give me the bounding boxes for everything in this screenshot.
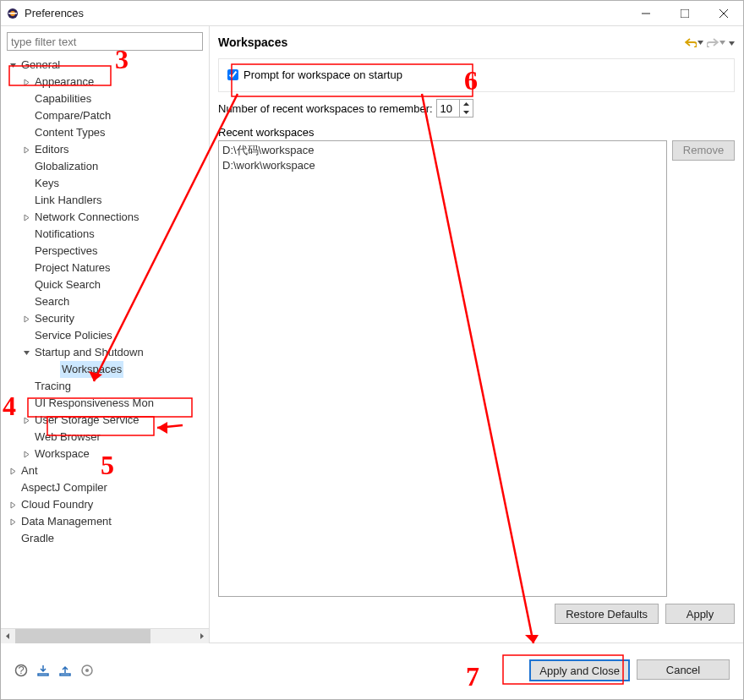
restore-defaults-button[interactable]: Restore Defaults — [555, 604, 659, 624]
tree-twisty-icon[interactable] — [21, 145, 31, 155]
svg-marker-11 — [25, 316, 29, 322]
tree-twisty-icon[interactable] — [21, 331, 31, 341]
tree-item[interactable]: Appearance — [4, 74, 209, 90]
remove-button[interactable]: Remove — [672, 140, 735, 161]
tree-item-label: Perspectives — [33, 243, 99, 260]
recent-count-spinner[interactable] — [436, 99, 473, 118]
tree-item[interactable]: Network Connections — [4, 209, 209, 226]
tree-item[interactable]: Editors — [4, 141, 209, 158]
maximize-button[interactable] — [665, 1, 704, 26]
tree-item[interactable]: AspectJ Compiler — [4, 479, 209, 496]
tree-item[interactable]: Project Natures — [4, 260, 209, 276]
tree-twisty-icon[interactable] — [21, 128, 31, 138]
tree-item[interactable]: Security — [4, 310, 209, 327]
tree-item[interactable]: Notifications — [4, 226, 209, 243]
list-item[interactable]: D:\代码\workspace — [222, 143, 663, 158]
panel-menu-icon[interactable] — [729, 36, 735, 49]
tree-twisty-icon[interactable] — [21, 77, 31, 87]
tree-twisty-icon[interactable] — [21, 263, 31, 273]
tree-item[interactable]: Workspace — [4, 446, 209, 462]
recent-count-input[interactable] — [437, 100, 459, 117]
tree-item-label: Gradle — [19, 530, 56, 547]
list-item[interactable]: D:\work\workspace — [222, 158, 663, 173]
svg-marker-14 — [25, 451, 29, 457]
recent-count-label: Number of recent workspaces to remember: — [218, 102, 433, 115]
tree-item[interactable]: Service Policies — [4, 327, 209, 344]
horizontal-scrollbar[interactable] — [1, 628, 209, 643]
tree-twisty-icon[interactable] — [21, 398, 31, 408]
tree-item[interactable]: User Storage Service — [4, 412, 209, 429]
forward-button[interactable] — [707, 37, 725, 47]
import-icon[interactable] — [36, 664, 50, 677]
tree-twisty-icon[interactable] — [21, 195, 31, 205]
tree-item[interactable]: Workspaces — [4, 361, 209, 378]
tree-item-label: User Storage Service — [33, 412, 141, 429]
help-icon[interactable]: ? — [14, 664, 28, 677]
spinner-up-icon[interactable] — [460, 100, 473, 108]
filter-input[interactable] — [7, 32, 203, 51]
tree-item-label: Web Browser — [33, 429, 102, 446]
tree-twisty-icon[interactable] — [8, 500, 18, 510]
tree-twisty-icon[interactable] — [8, 517, 18, 527]
tree-item[interactable]: Perspectives — [4, 243, 209, 260]
tree-twisty-icon[interactable] — [21, 297, 31, 307]
tree-twisty-icon[interactable] — [21, 161, 31, 172]
svg-marker-23 — [463, 102, 469, 106]
tree-item[interactable]: Search — [4, 293, 209, 310]
tree-item[interactable]: UI Responsiveness Mon — [4, 395, 209, 412]
tree-item[interactable]: Data Management — [4, 513, 209, 530]
tree-twisty-icon[interactable] — [21, 347, 31, 358]
tree-twisty-icon[interactable] — [21, 178, 31, 189]
tree-item[interactable]: Capabilities — [4, 90, 209, 107]
tree-twisty-icon[interactable] — [21, 432, 31, 442]
tree-item-label: Appearance — [33, 74, 96, 90]
tree-twisty-icon[interactable] — [21, 280, 31, 290]
preferences-sidebar: GeneralAppearanceCapabilitiesCompare/Pat… — [1, 26, 210, 643]
tree-item[interactable]: Keys — [4, 175, 209, 192]
tree-item[interactable]: Compare/Patch — [4, 107, 209, 124]
tree-twisty-icon[interactable] — [8, 533, 18, 544]
tree-twisty-icon[interactable] — [21, 212, 31, 222]
close-button[interactable] — [704, 1, 743, 26]
tree-twisty-icon[interactable] — [8, 483, 18, 493]
tree-item[interactable]: General — [4, 57, 209, 74]
tree-item[interactable]: Ant — [4, 462, 209, 479]
tree-twisty-icon[interactable] — [21, 449, 31, 459]
tree-twisty-icon[interactable] — [21, 111, 31, 121]
tree-twisty-icon[interactable] — [21, 246, 31, 256]
scroll-thumb[interactable] — [15, 629, 150, 643]
tree-item[interactable]: Web Browser — [4, 429, 209, 446]
scroll-track[interactable] — [15, 629, 194, 643]
prompt-checkbox[interactable] — [227, 69, 238, 80]
apply-button[interactable]: Apply — [665, 604, 735, 624]
tree-item-label: Startup and Shutdown — [33, 344, 145, 361]
export-icon[interactable] — [58, 664, 72, 677]
tree-item[interactable]: Content Types — [4, 124, 209, 141]
back-button[interactable] — [685, 37, 703, 47]
tree-item[interactable]: Quick Search — [4, 276, 209, 293]
tree-item[interactable]: Cloud Foundry — [4, 496, 209, 513]
tree-item[interactable]: Link Handlers — [4, 192, 209, 209]
tree-item[interactable]: Gradle — [4, 530, 209, 547]
tree-twisty-icon[interactable] — [8, 60, 18, 70]
tree-twisty-icon[interactable] — [21, 415, 31, 425]
tree-item[interactable]: Startup and Shutdown — [4, 344, 209, 361]
tree-twisty-icon[interactable] — [48, 364, 58, 375]
scroll-left-icon[interactable] — [1, 629, 15, 643]
tree-item-label: Keys — [33, 175, 61, 192]
tree-item[interactable]: Tracing — [4, 378, 209, 395]
apply-and-close-button[interactable]: Apply and Close — [529, 659, 630, 681]
minimize-button[interactable] — [626, 1, 665, 26]
tree-twisty-icon[interactable] — [21, 381, 31, 391]
tree-twisty-icon[interactable] — [21, 94, 31, 104]
tree-twisty-icon[interactable] — [8, 466, 18, 476]
oomph-icon[interactable] — [80, 664, 94, 677]
tree-twisty-icon[interactable] — [21, 229, 31, 239]
recent-workspaces-list[interactable]: D:\代码\workspaceD:\work\workspace — [218, 140, 667, 597]
preferences-tree[interactable]: GeneralAppearanceCapabilitiesCompare/Pat… — [1, 57, 209, 628]
tree-item[interactable]: Globalization — [4, 158, 209, 175]
cancel-button[interactable]: Cancel — [637, 659, 730, 680]
tree-twisty-icon[interactable] — [21, 314, 31, 324]
scroll-right-icon[interactable] — [194, 629, 209, 643]
spinner-down-icon[interactable] — [460, 108, 473, 117]
